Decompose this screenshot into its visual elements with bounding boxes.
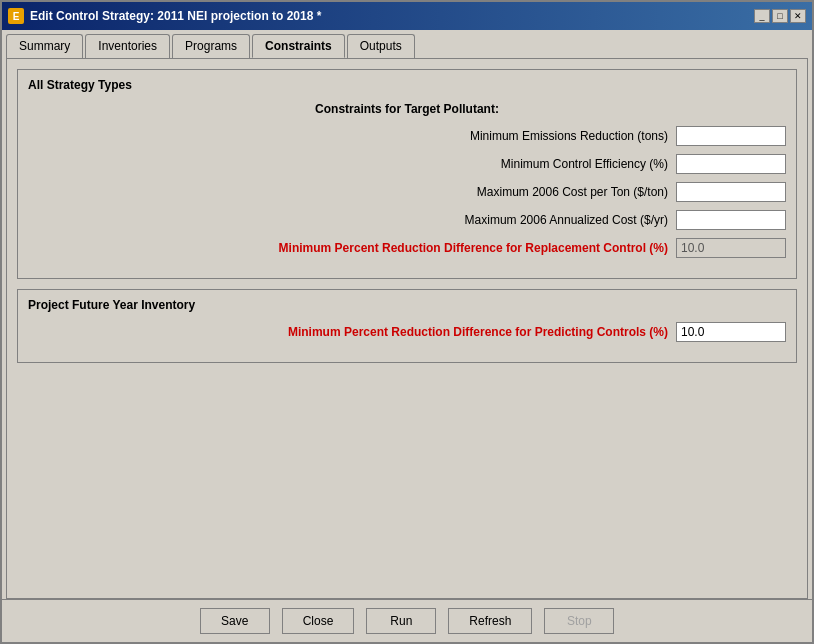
stop-button[interactable]: Stop [544,608,614,634]
main-window: E Edit Control Strategy: 2011 NEI projec… [0,0,814,644]
title-bar-left: E Edit Control Strategy: 2011 NEI projec… [8,8,321,24]
min-pct-replacement-label: Minimum Percent Reduction Difference for… [28,241,676,255]
bottom-bar: Save Close Run Refresh Stop [2,599,812,642]
project-section: Project Future Year Inventory Minimum Pe… [17,289,797,363]
tab-constraints[interactable]: Constraints [252,34,345,58]
tab-summary[interactable]: Summary [6,34,83,58]
min-emissions-label: Minimum Emissions Reduction (tons) [28,129,676,143]
main-panel: All Strategy Types Constraints for Targe… [6,58,808,599]
min-pct-replacement-row: Minimum Percent Reduction Difference for… [28,238,786,258]
project-section-title: Project Future Year Inventory [28,298,786,312]
tab-outputs[interactable]: Outputs [347,34,415,58]
save-button[interactable]: Save [200,608,270,634]
restore-button[interactable]: □ [772,9,788,23]
refresh-button[interactable]: Refresh [448,608,532,634]
title-bar: E Edit Control Strategy: 2011 NEI projec… [2,2,812,30]
min-control-label: Minimum Control Efficiency (%) [28,157,676,171]
constraints-subheader: Constraints for Target Pollutant: [28,102,786,116]
all-strategy-section: All Strategy Types Constraints for Targe… [17,69,797,279]
all-strategy-title: All Strategy Types [28,78,786,92]
min-emissions-row: Minimum Emissions Reduction (tons) [28,126,786,146]
tab-inventories[interactable]: Inventories [85,34,170,58]
min-pct-predicting-input[interactable] [676,322,786,342]
tab-bar: Summary Inventories Programs Constraints… [2,30,812,58]
window-title: Edit Control Strategy: 2011 NEI projecti… [30,9,321,23]
run-button[interactable]: Run [366,608,436,634]
min-control-input[interactable] [676,154,786,174]
max-annualized-row: Maximum 2006 Annualized Cost ($/yr) [28,210,786,230]
minimize-button[interactable]: _ [754,9,770,23]
max-annualized-input[interactable] [676,210,786,230]
max-annualized-label: Maximum 2006 Annualized Cost ($/yr) [28,213,676,227]
close-button[interactable]: ✕ [790,9,806,23]
app-icon: E [8,8,24,24]
min-pct-predicting-row: Minimum Percent Reduction Difference for… [28,322,786,342]
min-pct-predicting-label: Minimum Percent Reduction Difference for… [28,325,676,339]
title-buttons: _ □ ✕ [754,9,806,23]
min-emissions-input[interactable] [676,126,786,146]
tab-programs[interactable]: Programs [172,34,250,58]
max-cost-ton-row: Maximum 2006 Cost per Ton ($/ton) [28,182,786,202]
close-button[interactable]: Close [282,608,355,634]
max-cost-ton-input[interactable] [676,182,786,202]
min-control-row: Minimum Control Efficiency (%) [28,154,786,174]
max-cost-ton-label: Maximum 2006 Cost per Ton ($/ton) [28,185,676,199]
min-pct-replacement-input [676,238,786,258]
